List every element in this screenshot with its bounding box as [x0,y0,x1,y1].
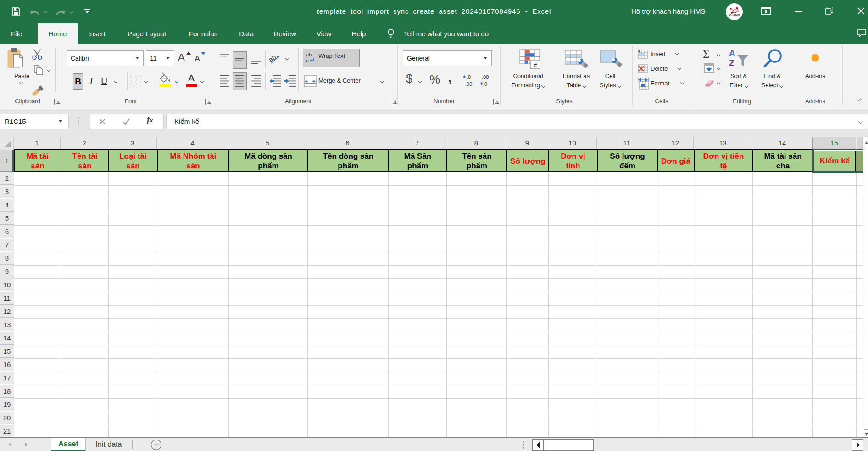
svg-text:.00: .00 [465,81,472,87]
svg-text:Z: Z [729,58,734,68]
svg-text:.00: .00 [482,74,489,80]
svg-text:VinHMS: VinHMS [729,13,740,17]
svg-text:ab: ab [306,52,312,57]
svg-text:A: A [729,48,735,58]
svg-text:≠: ≠ [533,61,537,69]
svg-text:c: c [306,58,309,63]
svg-text:.0: .0 [483,81,487,87]
svg-text:.0: .0 [467,74,471,80]
